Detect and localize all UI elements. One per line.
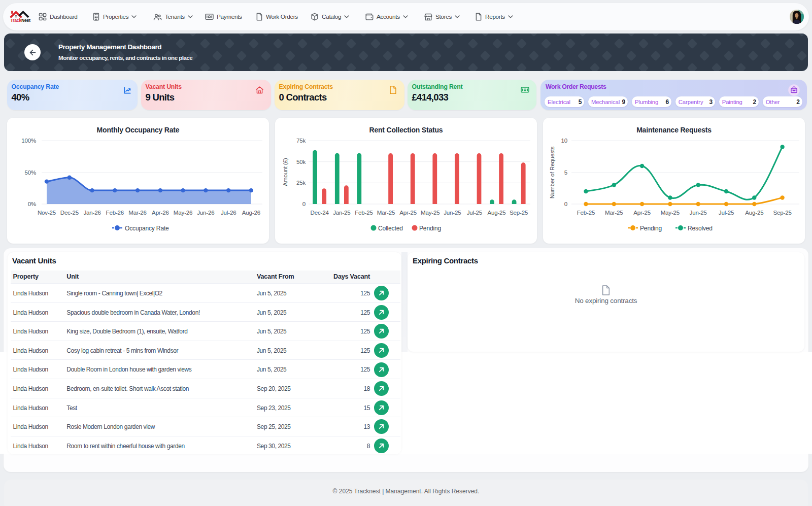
svg-text:Aug-25: Aug-25: [745, 209, 763, 216]
svg-text:Pending: Pending: [640, 225, 662, 232]
svg-text:Feb-26: Feb-26: [106, 209, 124, 216]
svg-text:Sep-25: Sep-25: [510, 209, 528, 216]
svg-text:Jan-25: Jan-25: [333, 209, 350, 216]
svg-text:TrackNest: TrackNest: [11, 18, 31, 23]
svg-text:Jul-26: Jul-26: [221, 209, 236, 216]
svg-text:Feb-25: Feb-25: [577, 209, 595, 216]
svg-text:Apr-25: Apr-25: [399, 209, 417, 216]
svg-text:50%: 50%: [24, 169, 36, 176]
svg-text:Jun-25: Jun-25: [689, 209, 706, 216]
svg-text:Sep-25: Sep-25: [773, 209, 791, 216]
svg-text:Aug-26: Aug-26: [242, 209, 260, 216]
svg-text:Nov-25: Nov-25: [37, 209, 55, 216]
svg-text:Mar-25: Mar-25: [605, 209, 623, 216]
svg-text:5: 5: [564, 169, 567, 176]
svg-text:Occupancy Rate: Occupancy Rate: [125, 225, 169, 232]
svg-text:May-26: May-26: [173, 209, 192, 216]
svg-text:Jul-25: Jul-25: [466, 209, 482, 216]
svg-text:0: 0: [564, 200, 567, 207]
svg-text:Collected: Collected: [378, 225, 403, 232]
svg-text:Dec-25: Dec-25: [60, 209, 78, 216]
svg-text:Jan-26: Jan-26: [83, 209, 100, 216]
svg-text:Apr-25: Apr-25: [633, 209, 651, 216]
svg-text:Aug-25: Aug-25: [487, 209, 505, 216]
svg-text:Maintenance Requests: Maintenance Requests: [636, 126, 712, 134]
svg-text:Resolved: Resolved: [688, 225, 713, 232]
svg-text:May-25: May-25: [420, 209, 439, 216]
svg-text:Pending: Pending: [419, 225, 441, 232]
svg-text:Dec-24: Dec-24: [310, 209, 329, 216]
svg-text:75k: 75k: [296, 137, 305, 144]
svg-text:50k: 50k: [296, 158, 305, 165]
svg-text:100%: 100%: [21, 137, 36, 144]
svg-text:May-25: May-25: [660, 209, 679, 216]
svg-text:Monthly Occupancy Rate: Monthly Occupancy Rate: [96, 126, 179, 134]
svg-text:Jun-25: Jun-25: [444, 209, 461, 216]
svg-text:0: 0: [302, 200, 305, 207]
svg-text:25k: 25k: [296, 179, 305, 186]
svg-text:Jun-26: Jun-26: [197, 209, 214, 216]
svg-text:Number of Requests: Number of Requests: [549, 146, 555, 198]
svg-text:Apr-26: Apr-26: [152, 209, 169, 216]
svg-text:10: 10: [561, 137, 567, 144]
svg-text:Feb-25: Feb-25: [355, 209, 373, 216]
svg-text:Amount (£): Amount (£): [282, 158, 288, 186]
svg-text:Mar-26: Mar-26: [128, 209, 147, 216]
svg-text:0%: 0%: [27, 200, 36, 207]
svg-text:Mar-25: Mar-25: [377, 209, 395, 216]
svg-text:Jul-25: Jul-25: [718, 209, 733, 216]
svg-text:Rent Collection Status: Rent Collection Status: [369, 126, 443, 134]
